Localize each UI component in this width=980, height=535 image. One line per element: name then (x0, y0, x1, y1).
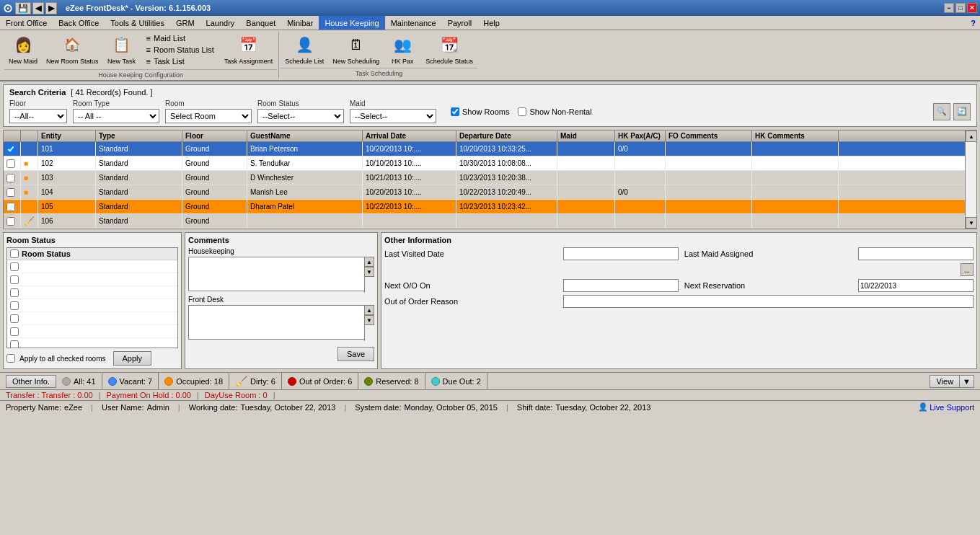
list-item[interactable] (7, 325, 177, 338)
new-scheduling-btn[interactable]: 🗓 New Scheduling (328, 32, 384, 66)
status-dirty[interactable]: 🧹 Dirty: 6 (229, 373, 282, 389)
new-task-btn[interactable]: 📋 New Task (103, 32, 141, 68)
header-guest[interactable]: GuestName (247, 131, 363, 141)
header-fo-comments[interactable]: FO Comments (666, 131, 752, 141)
rs-check[interactable] (10, 301, 19, 310)
fd-scroll-down[interactable]: ▼ (364, 315, 374, 325)
search-btn[interactable]: 🔍 (933, 103, 950, 120)
status-occupied[interactable]: Occupied: 18 (159, 373, 229, 389)
table-row[interactable]: 105 Standard Ground Dharam Patel 10/22/2… (4, 200, 965, 214)
out-of-order-input[interactable] (563, 295, 974, 308)
rs-check[interactable] (10, 340, 19, 349)
list-item[interactable] (7, 299, 177, 312)
room-type-select[interactable]: -- All -- (73, 109, 159, 123)
header-entity[interactable]: Entity (38, 131, 96, 141)
room-select[interactable]: Select Room (165, 109, 252, 123)
hk-pax-btn[interactable]: 👥 HK Pax (384, 32, 421, 66)
rs-check[interactable] (10, 262, 19, 271)
rs-check[interactable] (10, 327, 19, 336)
maid-select[interactable]: --Select-- (350, 109, 436, 123)
list-item[interactable] (7, 338, 177, 348)
schedule-list-btn[interactable]: 👤 Schedule List (281, 32, 328, 66)
row-check-2[interactable] (4, 156, 21, 170)
header-maid[interactable]: Maid (557, 131, 615, 141)
grid-scrollbar[interactable]: ▲ ▼ (965, 131, 976, 229)
list-item[interactable] (7, 273, 177, 286)
status-reserved[interactable]: Reserved: 8 (358, 373, 425, 389)
maid-list-btn[interactable]: ≡ Maid List (145, 33, 216, 43)
apply-button[interactable]: Apply (113, 351, 152, 366)
last-maid-assigned-input[interactable] (858, 247, 974, 260)
status-out-of-order[interactable]: Out of Order: 6 (282, 373, 358, 389)
menu-front-office[interactable]: Front Office (0, 16, 53, 30)
menu-maintenance[interactable]: Maintenance (385, 16, 442, 30)
table-row[interactable]: ■ 104 Standard Ground Manish Lee 10/20/2… (4, 185, 965, 200)
row-check-3[interactable] (4, 171, 21, 185)
last-visited-date-input[interactable] (563, 247, 679, 260)
scroll-down-btn[interactable]: ▼ (966, 217, 977, 229)
apply-all-checkbox[interactable] (6, 354, 15, 363)
tb-forward[interactable]: ▶ (45, 2, 57, 14)
new-room-status-btn[interactable]: 🏠 New Room Status (42, 32, 103, 68)
menu-housekeeping[interactable]: House Keeping (319, 16, 384, 30)
table-row[interactable]: 101 Standard Ground Brian Peterson 10/20… (4, 142, 965, 156)
show-non-rental-checkbox[interactable] (518, 107, 526, 116)
status-due-out[interactable]: Due Out: 2 (425, 373, 487, 389)
housekeeping-textarea[interactable] (188, 257, 374, 291)
menu-banquet[interactable]: Banquet (240, 16, 281, 30)
next-reservation-input[interactable] (858, 279, 974, 292)
close-btn[interactable]: ✕ (967, 3, 977, 13)
restore-btn[interactable]: □ (955, 3, 966, 13)
header-hk-comments[interactable]: HK Comments (752, 131, 839, 141)
list-item[interactable] (7, 260, 177, 273)
fd-scroll-up[interactable]: ▲ (364, 305, 374, 315)
live-support-item[interactable]: 👤 Live Support (918, 402, 974, 412)
row-check-4[interactable] (4, 185, 21, 199)
table-row[interactable]: ■ 102 Standard Ground S. Tendulkar 10/10… (4, 156, 965, 171)
minimize-btn[interactable]: − (944, 3, 954, 13)
menu-minibar[interactable]: Minibar (281, 16, 319, 30)
room-status-list-btn[interactable]: ≡ Room Status List (145, 45, 216, 55)
menu-tools[interactable]: Tools & Utilities (105, 16, 170, 30)
ellipsis-button[interactable]: ... (961, 263, 974, 276)
view-button[interactable]: View (930, 375, 960, 388)
rs-check[interactable] (10, 314, 19, 323)
room-status-select[interactable]: --Select-- Select (257, 109, 344, 123)
floor-select[interactable]: --All-- (9, 109, 67, 123)
list-item[interactable] (7, 312, 177, 325)
frontdesk-textarea[interactable] (188, 305, 374, 340)
show-rooms-checkbox[interactable] (451, 107, 459, 116)
rs-check[interactable] (10, 275, 19, 284)
view-dropdown-btn[interactable]: ▼ (960, 375, 974, 388)
status-vacant[interactable]: Vacant: 7 (102, 373, 159, 389)
next-oo-input[interactable] (563, 279, 679, 292)
menu-help[interactable]: Help (477, 16, 506, 30)
new-maid-btn[interactable]: 👩 New Maid (4, 32, 42, 68)
schedule-status-btn[interactable]: 📆 Schedule Status (421, 32, 477, 66)
menu-grm[interactable]: GRM (170, 16, 200, 30)
row-check-6[interactable] (4, 214, 21, 228)
refresh-btn[interactable]: 🔄 (953, 103, 971, 120)
rs-check[interactable] (10, 288, 19, 297)
other-info-button[interactable]: Other Info. (6, 375, 56, 388)
scroll-up-btn[interactable]: ▲ (966, 131, 977, 142)
header-departure[interactable]: Departure Date (456, 131, 557, 141)
table-row[interactable]: 🧹 106 Standard Ground (4, 214, 965, 229)
header-type[interactable]: Type (96, 131, 182, 141)
menu-laundry[interactable]: Laundry (200, 16, 241, 30)
header-hkpax[interactable]: HK Pax(A/C) (615, 131, 666, 141)
row-check-1[interactable] (4, 142, 21, 156)
task-list-btn[interactable]: ≡ Task List (145, 56, 216, 66)
tb-save[interactable]: 💾 (15, 2, 31, 14)
header-floor[interactable]: Floor (182, 131, 247, 141)
status-all[interactable]: All: 41 (56, 373, 102, 389)
menu-payroll[interactable]: Payroll (442, 16, 478, 30)
context-help-btn[interactable]: ? (966, 19, 980, 27)
tb-back[interactable]: ◀ (32, 2, 44, 14)
hk-scroll-down[interactable]: ▼ (364, 267, 374, 277)
header-arrival[interactable]: Arrival Date (363, 131, 456, 141)
menu-back-office[interactable]: Back Office (53, 16, 105, 30)
task-assignment-btn[interactable]: 📅 Task Assignment (220, 32, 278, 68)
table-row[interactable]: ■ 103 Standard Ground D Winchester 10/21… (4, 171, 965, 185)
room-status-header-check[interactable] (10, 249, 19, 258)
